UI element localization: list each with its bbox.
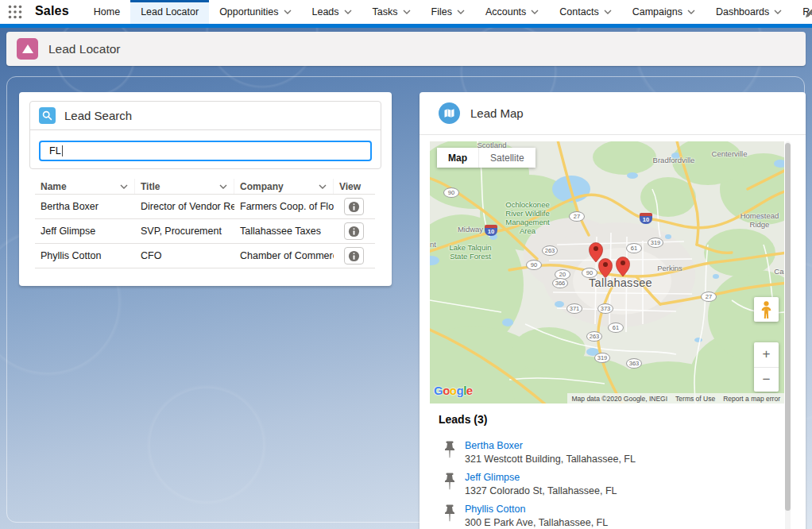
brand-accent-strip [0, 24, 812, 28]
logo-letter: g [457, 384, 464, 397]
table-row: Jeff Glimpse SVP, Procurement Tallahasse… [35, 219, 375, 244]
cell-company: Chamber of Commerce [234, 250, 334, 261]
tab-label: Opportunities [219, 6, 278, 17]
report-map-error-link[interactable]: Report a map error [719, 395, 784, 403]
logo-letter: e [466, 384, 473, 397]
lead-address: 321 Westcott Building, Tallahassee, FL [465, 454, 636, 465]
lead-name-link[interactable]: Phyllis Cotton [465, 504, 608, 515]
chevron-down-icon [687, 10, 695, 14]
text-caret [62, 145, 63, 156]
tab-dashboards[interactable]: Dashboards [706, 0, 792, 24]
leads-list-heading: Leads (3) [439, 413, 487, 426]
list-item: Phyllis Cotton 300 E Park Ave, Tallahass… [443, 504, 761, 528]
map-canvas [430, 141, 784, 404]
chevron-down-icon [344, 10, 352, 14]
lead-locator-app-icon [17, 38, 38, 60]
view-lead-button[interactable] [344, 247, 364, 264]
chevron-down-icon [403, 10, 411, 14]
chevron-down-icon [774, 10, 782, 14]
column-label: Name [41, 181, 67, 192]
column-header-company[interactable]: Company [234, 179, 334, 194]
map-type-satellite-button[interactable]: Satellite [478, 148, 536, 168]
info-icon [348, 226, 360, 237]
table-row: Bertha Boxer Director of Vendor Relat...… [35, 195, 375, 219]
terms-of-use-link[interactable]: Terms of Use [671, 395, 719, 403]
cell-name: Bertha Boxer [35, 201, 135, 212]
lead-address: 1327 Colorado St, Tallahassee, FL [465, 485, 617, 496]
pegman-icon [760, 299, 773, 320]
column-header-view: View [334, 179, 375, 194]
info-icon [348, 250, 360, 262]
lead-name-link[interactable]: Jeff Glimpse [465, 472, 617, 483]
lead-name-link[interactable]: Bertha Boxer [465, 440, 636, 451]
search-input-value: FL [49, 145, 61, 156]
tab-tasks[interactable]: Tasks [362, 0, 421, 24]
tab-label: Files [431, 6, 452, 17]
chevron-down-icon [457, 10, 465, 14]
page-title: Lead Locator [48, 42, 121, 56]
cell-name: Phyllis Cotton [35, 250, 135, 261]
pushpin-icon [443, 441, 456, 458]
triangle-glyph [22, 44, 33, 53]
chevron-down-icon [120, 184, 128, 189]
map-data-text: Map data ©2020 Google, INEGI [567, 395, 671, 403]
column-header-title[interactable]: Title [135, 179, 234, 194]
column-label: View [339, 181, 361, 192]
lead-search-panel: Lead Search FL [29, 101, 381, 169]
info-icon [348, 201, 360, 213]
tab-leads[interactable]: Leads [302, 0, 362, 24]
column-label: Company [240, 181, 284, 192]
tab-label: Accounts [485, 6, 526, 17]
list-item: Bertha Boxer 321 Westcott Building, Tall… [443, 440, 761, 465]
tab-label: Campaigns [632, 6, 682, 17]
view-lead-button[interactable] [344, 222, 364, 240]
chevron-down-icon [219, 184, 227, 189]
tab-contacts[interactable]: Contacts [549, 0, 621, 24]
cell-title: SVP, Procurement [135, 226, 234, 237]
tab-label: Contacts [559, 6, 598, 17]
chevron-down-icon [604, 10, 612, 14]
view-lead-button[interactable] [344, 198, 364, 215]
lead-map-header: Lead Map [420, 92, 806, 135]
scrollbar-thumb[interactable] [785, 143, 791, 511]
app-name: Sales [35, 4, 69, 24]
card-title: Lead Map [470, 106, 524, 120]
zoom-in-button[interactable]: + [754, 342, 779, 368]
card-scrollbar [785, 141, 791, 529]
tab-accounts[interactable]: Accounts [475, 0, 549, 24]
cell-company: Farmers Coop. of Florida [234, 201, 334, 212]
map-attribution: Map data ©2020 Google, INEGI Terms of Us… [567, 393, 784, 404]
tab-lead-locator[interactable]: Lead Locator [130, 0, 209, 24]
tab-label: Lead Locator [141, 6, 199, 17]
edit-nav-pencil-icon[interactable] [805, 7, 812, 18]
google-logo[interactable]: Google [434, 384, 473, 397]
street-view-pegman-control[interactable] [754, 297, 779, 322]
lead-address: 300 E Park Ave, Tallahassee, FL [465, 517, 608, 528]
column-header-name[interactable]: Name [35, 179, 135, 194]
map-type-map-button[interactable]: Map [437, 148, 478, 168]
zoom-out-button[interactable]: − [754, 368, 779, 392]
list-item: Jeff Glimpse 1327 Colorado St, Tallahass… [443, 472, 761, 496]
app-launcher-icon[interactable] [8, 5, 22, 19]
nav-tabs: Home Lead Locator Opportunities Leads Ta… [83, 0, 812, 24]
map-icon [439, 102, 460, 124]
table-row: Phyllis Cotton CFO Chamber of Commerce [35, 244, 375, 268]
chevron-down-icon [284, 10, 292, 14]
tab-opportunities[interactable]: Opportunities [209, 0, 301, 24]
lead-search-input[interactable]: FL [39, 141, 372, 161]
lead-search-card: Lead Search FL Name Title Company View B… [19, 92, 392, 286]
cell-title: CFO [135, 250, 234, 261]
column-label: Title [141, 181, 160, 192]
logo-letter: o [450, 384, 457, 397]
cell-name: Jeff Glimpse [35, 226, 135, 237]
tab-label: Leads [312, 6, 339, 17]
lead-results-table: Name Title Company View Bertha Boxer Dir… [35, 179, 375, 268]
map-type-control: Map Satellite [437, 148, 536, 168]
pushpin-icon [443, 473, 456, 490]
tab-campaigns[interactable]: Campaigns [622, 0, 706, 24]
tab-home[interactable]: Home [83, 0, 130, 24]
tab-files[interactable]: Files [421, 0, 475, 24]
lead-search-header: Lead Search [30, 102, 381, 130]
map-zoom-control: + − [754, 342, 779, 392]
google-map[interactable]: Scotland Bradfordville Centerville Midwa… [430, 141, 784, 404]
